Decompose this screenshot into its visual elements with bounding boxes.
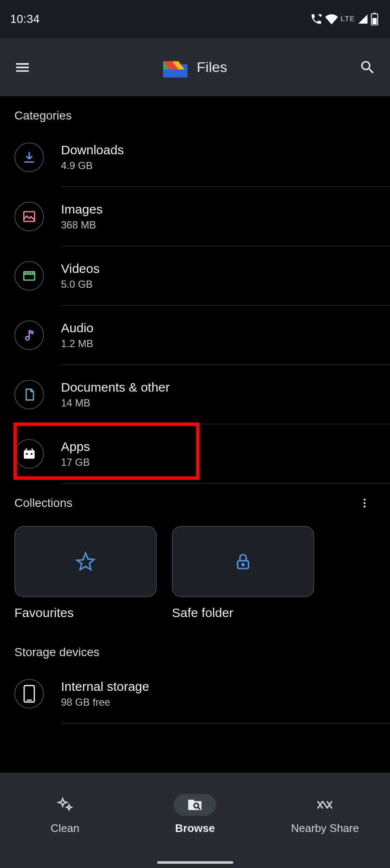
gesture-handle[interactable] xyxy=(157,861,233,864)
category-label: Images xyxy=(61,202,382,217)
category-size: 14 MB xyxy=(61,397,382,409)
lte-label: LTE xyxy=(340,15,355,23)
nav-label: Clean xyxy=(51,822,80,835)
category-audio[interactable]: Audio 1.2 MB xyxy=(0,306,390,365)
hamburger-icon xyxy=(14,59,31,76)
collections-more-button[interactable] xyxy=(356,495,373,512)
svg-point-15 xyxy=(364,506,366,508)
document-icon xyxy=(14,380,44,409)
audio-icon xyxy=(14,320,44,350)
bottom-nav: Clean Browse Nearby Share xyxy=(0,773,390,868)
safe-folder-card[interactable] xyxy=(172,526,314,597)
svg-point-14 xyxy=(364,502,366,504)
category-label: Audio xyxy=(61,321,382,335)
category-size: 368 MB xyxy=(61,219,382,231)
signal-icon xyxy=(357,14,368,25)
status-time: 10:34 xyxy=(10,13,40,26)
svg-point-11 xyxy=(26,453,28,455)
category-size: 4.9 GB xyxy=(61,160,382,172)
svg-rect-2 xyxy=(373,13,376,14)
star-icon xyxy=(75,551,96,572)
search-button[interactable] xyxy=(357,57,378,78)
status-icons: LTE xyxy=(310,13,378,25)
categories-section-title: Categories xyxy=(0,96,390,128)
sparkle-icon xyxy=(56,796,73,813)
nav-clean[interactable]: Clean xyxy=(1,794,130,835)
browse-folder-icon xyxy=(186,796,204,814)
svg-rect-1 xyxy=(373,18,377,25)
lock-icon xyxy=(234,552,252,571)
category-videos[interactable]: Videos 5.0 GB xyxy=(0,246,390,306)
svg-point-9 xyxy=(26,337,30,340)
download-icon xyxy=(14,142,44,172)
nav-nearby-share[interactable]: Nearby Share xyxy=(261,794,390,835)
category-images[interactable]: Images 368 MB xyxy=(0,187,390,246)
wifi-calling-icon xyxy=(310,13,323,25)
svg-point-17 xyxy=(242,564,244,565)
nearby-share-icon xyxy=(315,798,334,811)
category-label: Downloads xyxy=(61,143,382,157)
category-label: Apps xyxy=(61,440,382,454)
apps-icon xyxy=(14,439,44,469)
category-size: 17 GB xyxy=(61,456,382,468)
favourites-label: Favourites xyxy=(14,606,157,620)
nav-browse[interactable]: Browse xyxy=(131,794,260,835)
safe-folder-label: Safe folder xyxy=(172,606,314,620)
app-title: Files xyxy=(197,59,227,75)
svg-point-13 xyxy=(364,499,366,501)
nav-label: Browse xyxy=(175,822,215,835)
video-icon xyxy=(14,261,44,291)
phone-icon xyxy=(14,679,44,709)
category-downloads[interactable]: Downloads 4.9 GB xyxy=(0,128,390,187)
favourites-card[interactable] xyxy=(14,526,157,597)
status-bar: 10:34 LTE xyxy=(0,0,390,38)
files-app-icon xyxy=(163,57,188,78)
nav-label: Nearby Share xyxy=(291,822,359,835)
category-label: Documents & other xyxy=(61,380,382,395)
more-vert-icon xyxy=(359,497,371,509)
category-apps[interactable]: Apps 17 GB xyxy=(0,424,390,484)
category-size: 5.0 GB xyxy=(61,278,382,290)
app-bar: Files xyxy=(0,38,390,96)
menu-button[interactable] xyxy=(12,57,33,78)
collections-section-title: Collections xyxy=(14,496,72,510)
svg-rect-10 xyxy=(24,451,35,459)
svg-point-12 xyxy=(30,453,33,455)
category-size: 1.2 MB xyxy=(61,338,382,350)
search-icon xyxy=(359,59,376,76)
battery-icon xyxy=(371,13,378,25)
category-documents[interactable]: Documents & other 14 MB xyxy=(0,365,390,424)
storage-section-title: Storage devices xyxy=(0,637,390,664)
image-icon xyxy=(14,202,44,231)
wifi-icon xyxy=(325,13,338,25)
internal-storage[interactable]: Internal storage 98 GB free xyxy=(0,664,390,723)
storage-label: Internal storage xyxy=(61,679,382,694)
category-label: Videos xyxy=(61,262,382,276)
storage-free: 98 GB free xyxy=(61,696,382,708)
